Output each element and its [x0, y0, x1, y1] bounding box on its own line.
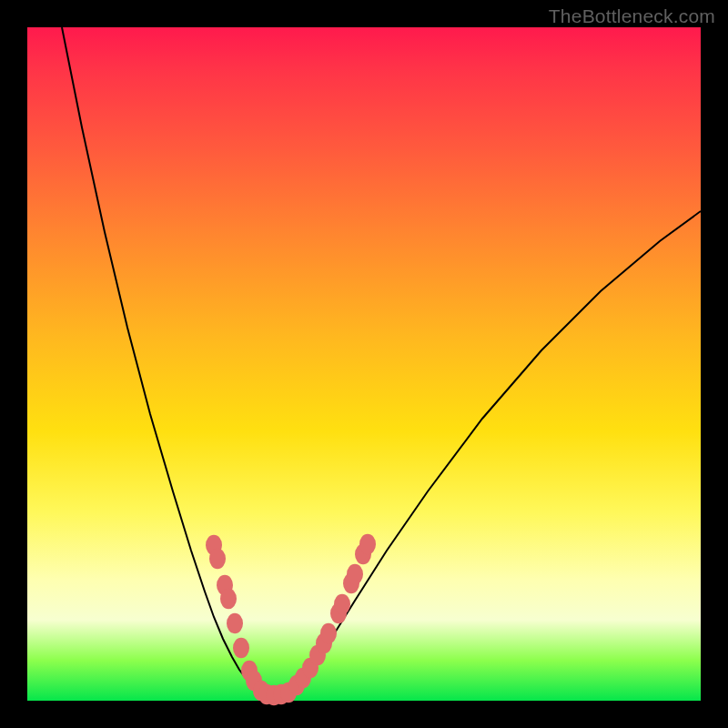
bead-right [347, 564, 363, 585]
bead-left [233, 638, 249, 659]
bead-left [209, 549, 226, 570]
bead-left [227, 613, 243, 634]
bead-left [220, 589, 237, 610]
bead-right [320, 623, 337, 644]
bead-right [359, 534, 376, 555]
curve-right [289, 211, 701, 693]
bead-group [206, 534, 376, 706]
bead-right [334, 594, 350, 615]
curve-svg [27, 27, 701, 701]
plot-area [27, 27, 701, 701]
chart-frame: TheBottleneck.com [0, 0, 728, 728]
watermark-text: TheBottleneck.com [549, 5, 715, 27]
